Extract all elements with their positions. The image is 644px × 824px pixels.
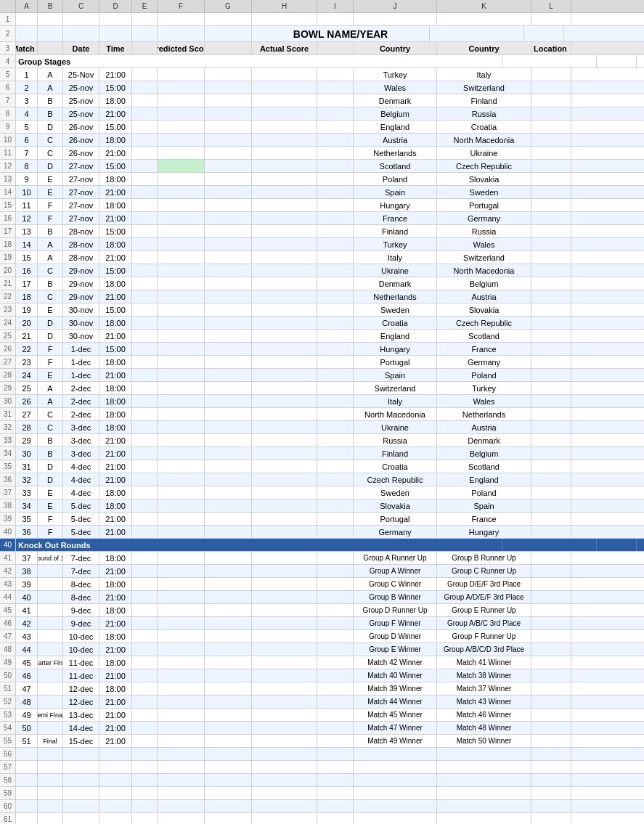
actual-score[interactable] — [252, 382, 317, 394]
predicted-score[interactable] — [158, 225, 205, 237]
predicted-score[interactable] — [158, 317, 205, 329]
actual-score[interactable] — [252, 630, 317, 643]
predicted-score[interactable] — [158, 264, 205, 277]
predicted-score[interactable] — [158, 643, 205, 656]
predicted-score[interactable] — [158, 486, 205, 499]
actual-score[interactable] — [252, 643, 317, 656]
predicted-score[interactable] — [158, 695, 205, 708]
predicted-score[interactable] — [158, 604, 205, 616]
actual-score[interactable] — [252, 552, 317, 564]
predicted-score[interactable] — [158, 630, 205, 643]
actual-score[interactable] — [252, 669, 317, 682]
predicted-score[interactable] — [158, 369, 205, 381]
predicted-score[interactable] — [158, 682, 205, 695]
predicted-score[interactable] — [158, 68, 205, 81]
predicted-score[interactable] — [158, 617, 205, 629]
predicted-score[interactable] — [158, 121, 205, 133]
predicted-score[interactable] — [158, 199, 205, 211]
predicted-score[interactable] — [158, 173, 205, 185]
actual-score[interactable] — [252, 277, 317, 290]
predicted-score[interactable] — [158, 303, 205, 316]
actual-score[interactable] — [252, 369, 317, 381]
actual-score[interactable] — [252, 94, 317, 107]
predicted-score[interactable] — [158, 421, 205, 433]
predicted-score[interactable] — [158, 578, 205, 590]
actual-score[interactable] — [252, 408, 317, 420]
actual-score[interactable] — [252, 303, 317, 316]
predicted-score[interactable] — [158, 81, 205, 94]
predicted-score[interactable] — [158, 735, 205, 747]
actual-score[interactable] — [252, 682, 317, 695]
predicted-score[interactable] — [158, 251, 205, 264]
predicted-score[interactable] — [158, 526, 205, 538]
actual-score[interactable] — [252, 330, 317, 342]
predicted-score[interactable] — [158, 186, 205, 198]
actual-score[interactable] — [252, 591, 317, 603]
predicted-score[interactable] — [158, 382, 205, 394]
actual-score[interactable] — [252, 68, 317, 81]
actual-score[interactable] — [252, 121, 317, 133]
predicted-score[interactable] — [158, 499, 205, 512]
actual-score[interactable] — [252, 356, 317, 368]
actual-score[interactable] — [252, 473, 317, 486]
actual-score[interactable] — [252, 617, 317, 629]
actual-score[interactable] — [252, 486, 317, 499]
predicted-score[interactable] — [158, 552, 205, 564]
actual-score[interactable] — [252, 421, 317, 433]
actual-score[interactable] — [252, 447, 317, 460]
actual-score[interactable] — [252, 225, 317, 237]
actual-score[interactable] — [252, 578, 317, 590]
predicted-score[interactable] — [158, 709, 205, 721]
predicted-score[interactable] — [158, 395, 205, 407]
predicted-score[interactable] — [158, 565, 205, 577]
predicted-score[interactable] — [158, 94, 205, 107]
actual-score[interactable] — [252, 709, 317, 721]
actual-score[interactable] — [252, 499, 317, 512]
predicted-score[interactable] — [158, 356, 205, 368]
predicted-score[interactable] — [158, 330, 205, 342]
actual-score[interactable] — [252, 395, 317, 407]
actual-score[interactable] — [252, 212, 317, 224]
predicted-score[interactable] — [158, 147, 205, 159]
actual-score[interactable] — [252, 513, 317, 525]
actual-score[interactable] — [252, 134, 317, 146]
predicted-score[interactable] — [158, 277, 205, 290]
predicted-score[interactable] — [158, 656, 205, 669]
predicted-score[interactable] — [158, 722, 205, 734]
actual-score[interactable] — [252, 526, 317, 538]
predicted-score[interactable] — [158, 434, 205, 446]
actual-score[interactable] — [252, 317, 317, 329]
predicted-score[interactable] — [158, 513, 205, 525]
actual-score[interactable] — [252, 656, 317, 669]
actual-score[interactable] — [252, 173, 317, 185]
actual-score[interactable] — [252, 238, 317, 250]
actual-score[interactable] — [252, 264, 317, 277]
actual-score[interactable] — [252, 722, 317, 734]
actual-score[interactable] — [252, 735, 317, 747]
actual-score[interactable] — [252, 251, 317, 264]
predicted-score[interactable] — [158, 408, 205, 420]
actual-score[interactable] — [252, 160, 317, 172]
predicted-score[interactable] — [158, 343, 205, 355]
actual-score[interactable] — [252, 199, 317, 211]
actual-score[interactable] — [252, 343, 317, 355]
actual-score[interactable] — [252, 147, 317, 159]
actual-score[interactable] — [252, 565, 317, 577]
predicted-score[interactable] — [158, 134, 205, 146]
predicted-score[interactable] — [158, 460, 205, 473]
actual-score[interactable] — [252, 434, 317, 446]
actual-score[interactable] — [252, 81, 317, 94]
actual-score[interactable] — [252, 604, 317, 616]
predicted-score[interactable] — [158, 290, 205, 303]
predicted-score[interactable] — [158, 160, 205, 172]
predicted-score[interactable] — [158, 447, 205, 460]
predicted-score[interactable] — [158, 212, 205, 224]
predicted-score[interactable] — [158, 473, 205, 486]
predicted-score[interactable] — [158, 669, 205, 682]
predicted-score[interactable] — [158, 591, 205, 603]
predicted-score[interactable] — [158, 238, 205, 250]
actual-score[interactable] — [252, 107, 317, 120]
actual-score[interactable] — [252, 290, 317, 303]
actual-score[interactable] — [252, 460, 317, 473]
actual-score[interactable] — [252, 695, 317, 708]
